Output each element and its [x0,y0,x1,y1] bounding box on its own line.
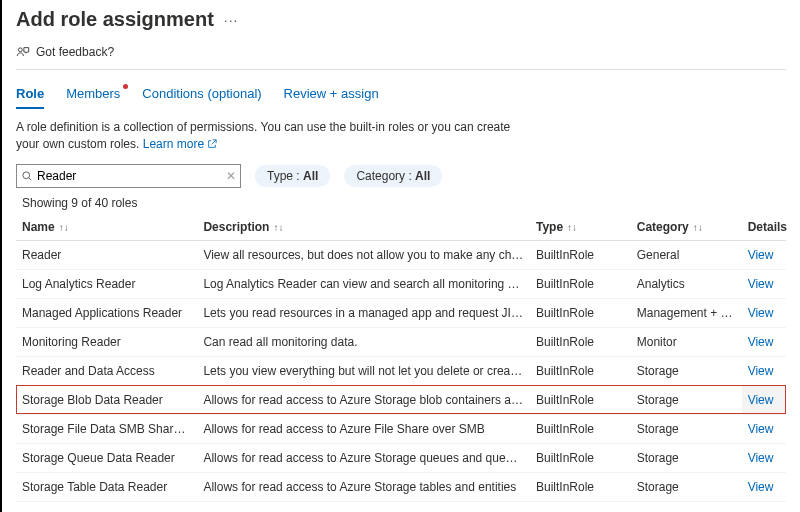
divider [16,69,786,70]
role-type: BuiltInRole [530,298,631,327]
role-category: Storage [631,443,742,472]
table-row[interactable]: Reader and Data AccessLets you view ever… [16,356,786,385]
role-category: Monitor [631,327,742,356]
feedback-link[interactable]: Got feedback? [16,45,786,59]
role-description: View all resources, but does not allow y… [197,240,530,269]
category-filter-value: All [415,169,430,183]
col-type[interactable]: Type↑↓ [530,214,631,241]
feedback-icon [16,45,30,59]
col-details: Details [742,214,786,241]
role-description: Allows for read access to Azure File Sha… [197,414,530,443]
external-link-icon [207,137,217,154]
role-category: Storage [631,414,742,443]
type-filter[interactable]: Type : All [255,165,330,187]
view-link[interactable]: View [748,393,774,407]
learn-more-label: Learn more [143,137,204,151]
role-type: BuiltInRole [530,385,631,414]
table-row[interactable]: ReaderView all resources, but does not a… [16,240,786,269]
category-filter[interactable]: Category : All [344,165,442,187]
table-row[interactable]: Storage Table Data ReaderAllows for read… [16,472,786,501]
more-menu-icon[interactable]: ··· [224,12,239,28]
view-link[interactable]: View [748,248,774,262]
view-link[interactable]: View [748,277,774,291]
tab-role[interactable]: Role [16,82,44,109]
col-category[interactable]: Category↑↓ [631,214,742,241]
sort-icon: ↑↓ [563,222,577,233]
role-description: Allows for read access to Azure Storage … [197,443,530,472]
sort-icon: ↑↓ [689,222,703,233]
search-input[interactable] [33,167,226,185]
role-description: Lets you read resources in a managed app… [197,298,530,327]
role-name: Log Analytics Reader [16,269,197,298]
role-type: BuiltInRole [530,443,631,472]
role-name: Monitoring Reader [16,327,197,356]
results-count: Showing 9 of 40 roles [22,196,786,210]
role-category: Storage [631,385,742,414]
view-link[interactable]: View [748,364,774,378]
role-name: Storage Blob Data Reader [16,385,197,414]
table-row[interactable]: Log Analytics ReaderLog Analytics Reader… [16,269,786,298]
table-row[interactable]: Storage File Data SMB Share R…Allows for… [16,414,786,443]
category-filter-label: Category : [356,169,415,183]
role-type: BuiltInRole [530,414,631,443]
search-input-wrapper[interactable]: ✕ [16,164,241,188]
intro-text: A role definition is a collection of per… [16,119,536,154]
learn-more-link[interactable]: Learn more [143,137,218,151]
sort-icon: ↑↓ [55,222,69,233]
view-link[interactable]: View [748,480,774,494]
roles-table: Name↑↓ Description↑↓ Type↑↓ Category↑↓ D… [16,214,786,502]
svg-point-1 [23,172,30,179]
clear-search-icon[interactable]: ✕ [226,169,236,183]
role-name: Reader and Data Access [16,356,197,385]
col-name[interactable]: Name↑↓ [16,214,197,241]
role-description: Allows for read access to Azure Storage … [197,385,530,414]
svg-point-0 [18,48,22,52]
role-type: BuiltInRole [530,240,631,269]
role-description: Can read all monitoring data. [197,327,530,356]
view-link[interactable]: View [748,422,774,436]
role-description: Allows for read access to Azure Storage … [197,472,530,501]
role-type: BuiltInRole [530,327,631,356]
role-category: Management + Gover… [631,298,742,327]
role-name: Reader [16,240,197,269]
feedback-label: Got feedback? [36,45,114,59]
page-title: Add role assignment [16,8,214,31]
role-type: BuiltInRole [530,472,631,501]
col-description[interactable]: Description↑↓ [197,214,530,241]
view-link[interactable]: View [748,451,774,465]
table-row[interactable]: Managed Applications ReaderLets you read… [16,298,786,327]
role-category: Storage [631,472,742,501]
view-link[interactable]: View [748,335,774,349]
role-type: BuiltInRole [530,356,631,385]
tab-members-label: Members [66,86,120,101]
role-name: Managed Applications Reader [16,298,197,327]
alert-dot-icon [123,84,128,89]
intro-text-body: A role definition is a collection of per… [16,120,510,151]
type-filter-value: All [303,169,318,183]
role-name: Storage Queue Data Reader [16,443,197,472]
role-name: Storage Table Data Reader [16,472,197,501]
view-link[interactable]: View [748,306,774,320]
role-description: Lets you view everything but will not le… [197,356,530,385]
type-filter-label: Type : [267,169,303,183]
role-description: Log Analytics Reader can view and search… [197,269,530,298]
role-category: Storage [631,356,742,385]
search-icon [21,170,33,182]
tab-conditions[interactable]: Conditions (optional) [142,82,261,109]
table-row[interactable]: Monitoring ReaderCan read all monitoring… [16,327,786,356]
role-name: Storage File Data SMB Share R… [16,414,197,443]
tab-bar: Role Members Conditions (optional) Revie… [16,78,786,109]
table-row[interactable]: Storage Blob Data ReaderAllows for read … [16,385,786,414]
role-category: Analytics [631,269,742,298]
sort-icon: ↑↓ [269,222,283,233]
role-category: General [631,240,742,269]
tab-review[interactable]: Review + assign [284,82,379,109]
table-row[interactable]: Storage Queue Data ReaderAllows for read… [16,443,786,472]
tab-members[interactable]: Members [66,82,120,109]
role-type: BuiltInRole [530,269,631,298]
